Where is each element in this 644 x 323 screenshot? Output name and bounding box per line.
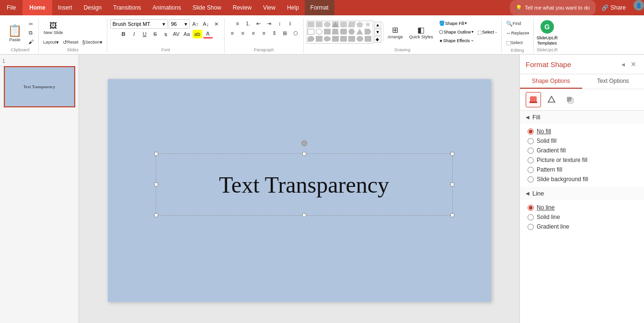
- arrange-button[interactable]: ⊞ Arrange: [386, 19, 405, 45]
- gradient-fill-option[interactable]: Gradient fill: [528, 146, 636, 155]
- line-section-header[interactable]: ◀ Line: [520, 187, 644, 200]
- font-color-button[interactable]: A: [203, 30, 213, 38]
- tab-shape-options[interactable]: Shape Options: [520, 74, 582, 89]
- paste-button[interactable]: 📋 Paste: [5, 20, 25, 46]
- underline-button[interactable]: U: [140, 30, 150, 38]
- numbering-button[interactable]: 1.: [243, 19, 253, 28]
- copy-button[interactable]: ⧉: [26, 29, 35, 37]
- convert-smartart-button[interactable]: ⬡: [291, 29, 300, 37]
- picture-fill-radio[interactable]: [528, 157, 534, 163]
- increase-font-button[interactable]: A↑: [191, 20, 200, 28]
- slide-thumbnail[interactable]: Text Transparency: [5, 67, 74, 106]
- geometry-icon-button[interactable]: [544, 92, 559, 107]
- highlight-button[interactable]: ab: [193, 30, 202, 38]
- handle-br[interactable]: [450, 213, 454, 217]
- find-button[interactable]: 🔍 Find: [505, 19, 523, 28]
- shapes-expand[interactable]: ◆: [374, 36, 381, 43]
- italic-button[interactable]: I: [129, 30, 139, 38]
- cut-button[interactable]: ✂: [26, 20, 35, 28]
- align-left-button[interactable]: ≡: [228, 29, 237, 37]
- strikethrough-button[interactable]: S: [150, 30, 160, 38]
- shapes-scroll-down[interactable]: ▼: [374, 29, 381, 35]
- change-case-button[interactable]: Aa: [182, 30, 192, 38]
- share-button[interactable]: 🔗 Share: [596, 0, 632, 15]
- no-line-option[interactable]: No line: [528, 203, 636, 212]
- new-slide-button[interactable]: 🖼 New Slide: [42, 19, 65, 37]
- solid-line-option[interactable]: Solid line: [528, 212, 636, 222]
- menu-help[interactable]: Help: [281, 0, 305, 15]
- gradient-line-radio[interactable]: [528, 224, 534, 230]
- solid-fill-label[interactable]: Solid fill: [537, 138, 556, 144]
- layout-button[interactable]: Layout ▾: [42, 38, 60, 46]
- tab-text-options[interactable]: Text Options: [582, 74, 644, 89]
- handle-tr[interactable]: [450, 152, 454, 156]
- format-painter-button[interactable]: 🖌: [26, 37, 35, 46]
- no-line-label[interactable]: No line: [537, 204, 554, 211]
- menu-file[interactable]: File: [0, 0, 23, 15]
- rotate-handle[interactable]: [301, 140, 307, 146]
- solid-line-label[interactable]: Solid line: [537, 214, 560, 220]
- menu-transitions[interactable]: Transitions: [107, 0, 147, 15]
- font-family-select[interactable]: Brush Script MT ▾: [110, 19, 168, 29]
- select-editing-button[interactable]: ⬚ Select: [505, 38, 524, 47]
- section-button[interactable]: § Section ▾: [81, 38, 104, 46]
- gradient-fill-radio[interactable]: [528, 148, 534, 154]
- shape-fill-button[interactable]: 🪣 Shape Fill ▾: [437, 19, 475, 27]
- shapes-gallery[interactable]: [307, 21, 373, 44]
- menu-slideshow[interactable]: Slide Show: [187, 0, 227, 15]
- font-size-select[interactable]: 96 ▾: [169, 19, 190, 29]
- gradient-fill-label[interactable]: Gradient fill: [537, 147, 566, 154]
- menu-animations[interactable]: Animations: [147, 0, 186, 15]
- menu-view[interactable]: View: [257, 0, 281, 15]
- text-shadow-button[interactable]: s: [161, 30, 171, 38]
- justify-button[interactable]: ≡: [259, 29, 269, 37]
- select-button[interactable]: ⬚ Select -: [476, 28, 498, 36]
- effects-icon-button[interactable]: [562, 92, 577, 107]
- tell-me-bar[interactable]: 💡 Tell me what you want to do: [510, 0, 596, 15]
- solid-fill-radio[interactable]: [528, 138, 534, 144]
- no-line-radio[interactable]: [528, 205, 534, 211]
- decrease-font-button[interactable]: A↓: [201, 20, 211, 28]
- picture-fill-label[interactable]: Picture or texture fill: [537, 157, 587, 163]
- slide-canvas[interactable]: Text Transparency: [108, 79, 491, 302]
- text-direction-button[interactable]: ⇕: [270, 29, 279, 37]
- panel-close-button[interactable]: ✕: [629, 59, 638, 69]
- gradient-line-label[interactable]: Gradient line: [537, 223, 569, 230]
- picture-fill-option[interactable]: Picture or texture fill: [528, 155, 636, 165]
- slide-bg-fill-radio[interactable]: [528, 176, 534, 183]
- clear-format-button[interactable]: ✕: [212, 20, 221, 28]
- fill-line-icon-button[interactable]: [526, 92, 541, 107]
- shape-outline-button[interactable]: ⬡ Shape Outline ▾: [437, 28, 475, 36]
- shape-effects-button[interactable]: ✦ Shape Effects ~: [437, 37, 475, 45]
- pattern-fill-radio[interactable]: [528, 167, 534, 173]
- handle-tl[interactable]: [154, 152, 158, 156]
- shapes-scroll-up[interactable]: ▲: [374, 22, 381, 28]
- char-spacing-button[interactable]: AV: [172, 30, 181, 38]
- handle-ml[interactable]: [154, 183, 158, 186]
- no-fill-radio[interactable]: [528, 128, 534, 135]
- no-fill-label[interactable]: No fill: [537, 128, 551, 135]
- slide-bg-fill-option[interactable]: Slide background fill: [528, 174, 636, 184]
- solid-line-radio[interactable]: [528, 214, 534, 220]
- bullets-button[interactable]: ≡: [233, 19, 242, 28]
- menu-insert[interactable]: Insert: [52, 0, 78, 15]
- no-fill-option[interactable]: No fill: [528, 127, 636, 136]
- pattern-fill-option[interactable]: Pattern fill: [528, 165, 636, 174]
- user-avatar[interactable]: 👤: [633, 0, 644, 11]
- text-box[interactable]: Text Transparency: [156, 153, 453, 216]
- slide-bg-fill-label[interactable]: Slide background fill: [537, 176, 588, 183]
- bold-button[interactable]: B: [119, 30, 128, 38]
- align-text-button[interactable]: ⊞: [280, 29, 290, 37]
- menu-design[interactable]: Design: [78, 0, 107, 15]
- columns-button[interactable]: ⫴: [286, 19, 295, 28]
- menu-review[interactable]: Review: [227, 0, 257, 15]
- line-spacing-button[interactable]: ↕: [275, 19, 285, 28]
- handle-mr[interactable]: [450, 183, 454, 186]
- handle-tc[interactable]: [302, 152, 306, 156]
- align-right-button[interactable]: ≡: [249, 29, 258, 37]
- fill-section-header[interactable]: ◀ Fill: [520, 111, 644, 124]
- replace-button[interactable]: ↔ Replace ▾: [505, 29, 530, 37]
- increase-indent-button[interactable]: ⇥: [264, 19, 274, 28]
- quick-styles-button[interactable]: ◧ Quick Styles: [406, 19, 437, 45]
- handle-bl[interactable]: [154, 213, 158, 217]
